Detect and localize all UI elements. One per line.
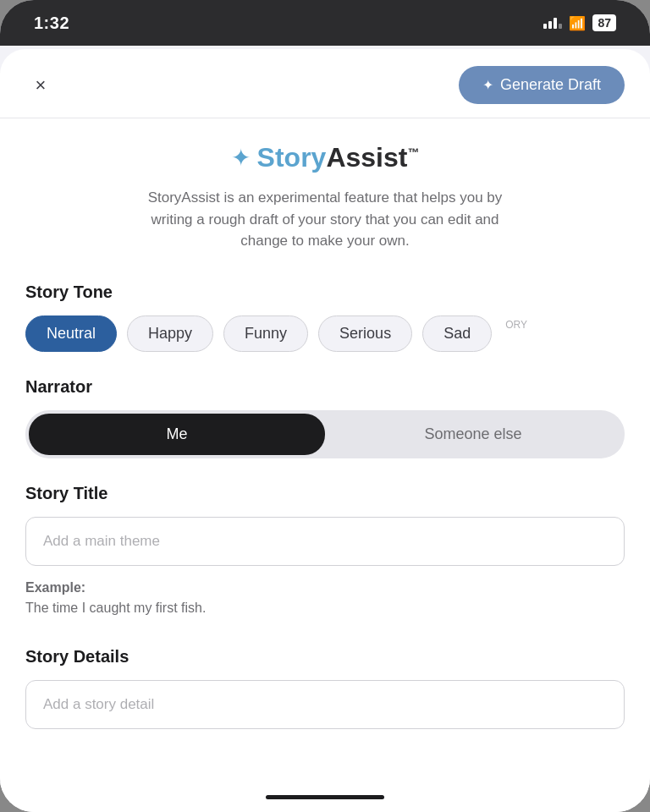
logo-text: StoryAssist™: [257, 142, 420, 173]
narrator-me[interactable]: Me: [29, 414, 325, 455]
tone-serious[interactable]: Serious: [318, 315, 412, 352]
logo-description: StoryAssist is an experimental feature t…: [130, 187, 520, 252]
story-details-input[interactable]: [25, 680, 625, 729]
spacer: [0, 746, 650, 782]
logo-container: ✦ StoryAssist™: [25, 142, 625, 173]
tone-pills-container: Neutral Happy Funny Serious Sad ORY: [25, 315, 625, 352]
status-icons: 📶 87: [543, 14, 616, 31]
tone-neutral[interactable]: Neutral: [25, 315, 117, 352]
home-indicator: [0, 782, 650, 812]
header: × ✦ Generate Draft: [0, 49, 650, 118]
story-details-section: Story Details: [0, 630, 650, 746]
main-content: × ✦ Generate Draft ✦ StoryAssist™ StoryA…: [0, 49, 650, 812]
sparkle-icon: ✦: [482, 77, 493, 93]
narrator-section: Narrator Me Someone else: [0, 360, 650, 467]
battery-indicator: 87: [592, 14, 616, 31]
narrator-toggle: Me Someone else: [25, 410, 625, 458]
story-title-example: Example: The time I caught my first fish…: [25, 574, 625, 622]
narrator-title: Narrator: [25, 377, 625, 397]
status-bar: 1:32 📶 87: [0, 0, 650, 46]
story-title-section: Story Title Example: The time I caught m…: [0, 467, 650, 630]
logo-assist-text: Assist: [326, 142, 407, 173]
phone-frame: 1:32 📶 87 × ✦ Generate Draft: [0, 0, 650, 812]
close-button[interactable]: ×: [25, 70, 56, 101]
story-title-label: Story Title: [25, 484, 625, 503]
narrator-someone-else[interactable]: Someone else: [325, 414, 621, 455]
status-time: 1:32: [34, 14, 69, 33]
example-label: Example:: [25, 580, 85, 595]
close-icon: ×: [36, 74, 47, 96]
story-title-input[interactable]: [25, 517, 625, 566]
home-bar: [266, 795, 384, 799]
generate-draft-button[interactable]: ✦ Generate Draft: [459, 66, 625, 104]
logo-story-text: Story: [257, 142, 327, 173]
generate-btn-label: Generate Draft: [500, 76, 601, 94]
logo-section: ✦ StoryAssist™ StoryAssist is an experim…: [0, 118, 650, 266]
logo-star-icon: ✦: [231, 144, 251, 172]
tone-happy[interactable]: Happy: [127, 315, 213, 352]
logo-tm: ™: [407, 145, 419, 159]
story-tone-section: Story Tone Neutral Happy Funny Serious S…: [0, 266, 650, 360]
tone-funny[interactable]: Funny: [223, 315, 308, 352]
ory-text: ORY: [502, 315, 527, 352]
story-details-title: Story Details: [25, 647, 625, 667]
story-tone-title: Story Tone: [25, 283, 625, 302]
signal-icon: [543, 18, 562, 29]
example-value: The time I caught my first fish.: [25, 601, 206, 615]
wifi-icon: 📶: [569, 15, 586, 31]
tone-sad[interactable]: Sad: [422, 315, 492, 352]
